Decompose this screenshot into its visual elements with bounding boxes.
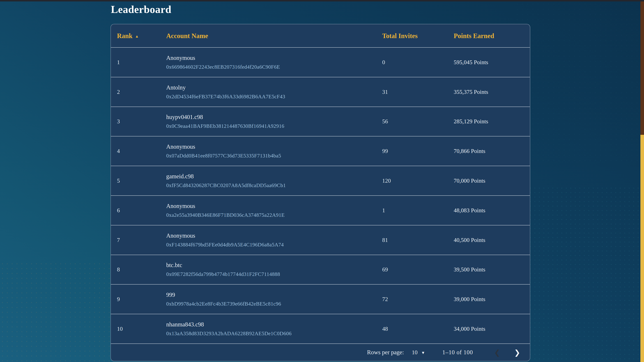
account-address: 0x13aA358d83D3293A2bADA6228B92AE5De1C0D6… xyxy=(166,330,382,336)
next-page-button[interactable]: ❯ xyxy=(513,349,522,356)
account-cell: btc.btc 0x09E7282f56da799b4774b17744d31F… xyxy=(166,262,382,277)
account-name: Anonymous xyxy=(166,232,382,239)
page-title: Leaderboard xyxy=(111,3,172,16)
total-invites-cell: 120 xyxy=(382,178,454,184)
rank-cell: 7 xyxy=(117,237,166,243)
points-earned-cell: 39,000 Points xyxy=(454,296,530,302)
total-invites-cell: 81 xyxy=(382,237,454,243)
points-earned-cell: 40,500 Points xyxy=(454,237,530,243)
table-row: 2 Antolny 0x2dD4534f6eFB37E74b3f6A33d698… xyxy=(111,77,530,106)
account-cell: Anonymous 0x669864602F2243ec8EB207316fed… xyxy=(166,55,382,70)
pagination-range-label: 1–10 of 100 xyxy=(442,349,473,356)
account-cell: huypv0401.c98 0x0C9eaa41BAF9BEb381214487… xyxy=(166,114,382,129)
account-address: 0x07aDdd0B41ee8f07577C36d73E5335F7131b4b… xyxy=(166,153,382,159)
column-header-points-earned: Points Earned xyxy=(454,32,530,40)
points-earned-cell: 48,083 Points xyxy=(454,207,530,214)
account-name: Anonymous xyxy=(166,55,382,61)
account-cell: Anonymous 0xa2e55a3940B346E86F71BD036cA3… xyxy=(166,203,382,218)
rows-per-page-value: 10 xyxy=(412,349,418,356)
account-cell: gameid.c98 0xfF5Cd843206287CBC0207A8A5df… xyxy=(166,173,382,188)
rank-cell: 4 xyxy=(117,148,166,154)
account-cell: Anonymous 0xF143884f679bd5FEe0d4db9A5E4C… xyxy=(166,232,382,248)
scrollbar-thumb[interactable] xyxy=(640,135,644,362)
table-header-row: Rank▲ Account Name Total Invites Points … xyxy=(111,24,530,47)
total-invites-cell: 31 xyxy=(382,88,454,95)
rank-cell: 1 xyxy=(117,59,166,66)
rows-per-page-label: Rows per page: xyxy=(367,349,404,356)
table-row: 10 nhanma843.c98 0x13aA358d83D3293A2bADA… xyxy=(111,314,530,344)
account-cell: 999 0xbD9978a4cb2Ee8Fc4b3E739e66fB42eBE5… xyxy=(166,292,382,307)
account-address: 0x669864602F2243ec8EB207316fed4f20a6C90F… xyxy=(166,64,382,70)
account-name: btc.btc xyxy=(166,262,382,268)
table-row: 1 Anonymous 0x669864602F2243ec8EB207316f… xyxy=(111,47,530,77)
rank-cell: 6 xyxy=(117,207,166,214)
background-dot-texture-top xyxy=(514,2,640,163)
rank-cell: 8 xyxy=(117,266,166,273)
table-row: 9 999 0xbD9978a4cb2Ee8Fc4b3E739e66fB42eB… xyxy=(111,284,530,314)
account-name: Anonymous xyxy=(166,203,382,210)
points-earned-cell: 70,000 Points xyxy=(454,178,530,184)
points-earned-cell: 34,000 Points xyxy=(454,326,530,332)
total-invites-cell: 69 xyxy=(382,266,454,273)
pagination-bar: Rows per page: 10 ▼ 1–10 of 100 ❮ ❯ xyxy=(111,344,530,361)
points-earned-cell: 285,129 Points xyxy=(454,118,530,125)
browser-top-bar xyxy=(0,0,644,2)
table-row: 8 btc.btc 0x09E7282f56da799b4774b17744d3… xyxy=(111,255,530,284)
account-name: 999 xyxy=(166,292,382,298)
leaderboard-page: { "page": { "title": "Leaderboard" }, "t… xyxy=(0,0,644,362)
account-name: gameid.c98 xyxy=(166,173,382,180)
account-name: Anonymous xyxy=(166,144,382,150)
rows-per-page-select[interactable]: 10 ▼ xyxy=(412,349,425,356)
table-body: 1 Anonymous 0x669864602F2243ec8EB207316f… xyxy=(111,47,530,344)
account-name: huypv0401.c98 xyxy=(166,114,382,120)
dropdown-arrow-icon: ▼ xyxy=(421,350,425,355)
points-earned-cell: 70,866 Points xyxy=(454,148,530,154)
account-cell: Anonymous 0x07aDdd0B41ee8f07577C36d73E53… xyxy=(166,144,382,159)
sort-ascending-icon: ▲ xyxy=(135,34,139,39)
rank-cell: 2 xyxy=(117,88,166,95)
total-invites-cell: 1 xyxy=(382,207,454,214)
account-address: 0xbD9978a4cb2Ee8Fc4b3E739e66fB42eBE5c81c… xyxy=(166,301,382,307)
account-address: 0x09E7282f56da799b4774b17744d31F2FC71148… xyxy=(166,271,382,277)
points-earned-cell: 39,500 Points xyxy=(454,266,530,273)
rank-cell: 9 xyxy=(117,296,166,302)
account-address: 0xF143884f679bd5FEe0d4db9A5E4C196D6a8a5A… xyxy=(166,242,382,248)
account-cell: Antolny 0x2dD4534f6eFB37E74b3f6A33d6982B… xyxy=(166,84,382,100)
account-address: 0x0C9eaa41BAF9BEb381214487630Bf16941A929… xyxy=(166,123,382,129)
total-invites-cell: 0 xyxy=(382,59,454,66)
table-row: 3 huypv0401.c98 0x0C9eaa41BAF9BEb3812144… xyxy=(111,106,530,136)
account-name: Antolny xyxy=(166,84,382,91)
total-invites-cell: 99 xyxy=(382,148,454,154)
table-row: 7 Anonymous 0xF143884f679bd5FEe0d4db9A5E… xyxy=(111,225,530,255)
account-address: 0x2dD4534f6eFB37E74b3f6A33d6982B6AA7E5cF… xyxy=(166,94,382,100)
total-invites-cell: 48 xyxy=(382,326,454,332)
previous-page-button[interactable]: ❮ xyxy=(493,349,502,356)
rank-cell: 5 xyxy=(117,178,166,184)
account-address: 0xfF5Cd843206287CBC0207A8A5df8caDD5aa69C… xyxy=(166,182,382,188)
rank-cell: 10 xyxy=(117,326,166,332)
column-header-total-invites: Total Invites xyxy=(382,32,454,40)
table-row: 6 Anonymous 0xa2e55a3940B346E86F71BD036c… xyxy=(111,196,530,225)
rank-cell: 3 xyxy=(117,118,166,125)
rank-header-label: Rank xyxy=(117,32,132,40)
total-invites-cell: 72 xyxy=(382,296,454,302)
table-row: 4 Anonymous 0x07aDdd0B41ee8f07577C36d73E… xyxy=(111,136,530,166)
total-invites-cell: 56 xyxy=(382,118,454,125)
scrollbar-track[interactable] xyxy=(640,2,644,362)
table-row: 5 gameid.c98 0xfF5Cd843206287CBC0207A8A5… xyxy=(111,166,530,196)
account-name: nhanma843.c98 xyxy=(166,321,382,328)
leaderboard-table: Rank▲ Account Name Total Invites Points … xyxy=(110,24,530,361)
points-earned-cell: 355,375 Points xyxy=(454,88,530,95)
account-cell: nhanma843.c98 0x13aA358d83D3293A2bADA622… xyxy=(166,321,382,336)
points-earned-cell: 595,045 Points xyxy=(454,59,530,66)
column-header-account-name: Account Name xyxy=(166,32,382,40)
account-address: 0xa2e55a3940B346E86F71BD036cA374875a22A9… xyxy=(166,212,382,218)
column-header-rank[interactable]: Rank▲ xyxy=(117,32,166,40)
